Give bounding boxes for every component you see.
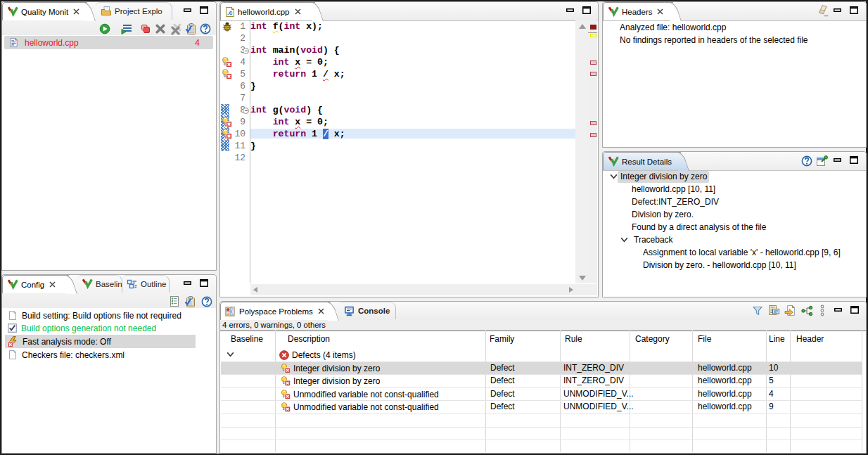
svg-text:.c: .c xyxy=(227,9,233,16)
